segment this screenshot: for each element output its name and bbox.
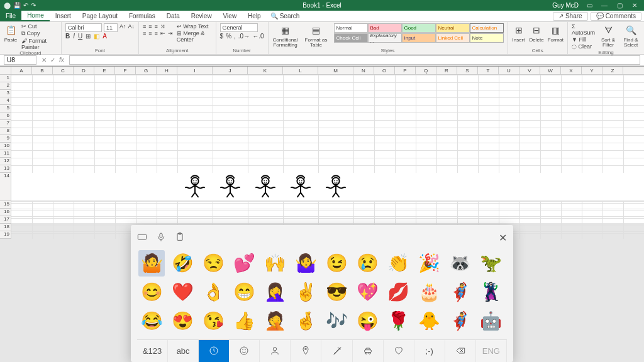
decimal-dec-icon[interactable]: ←.0 bbox=[252, 33, 264, 40]
row-header-8[interactable]: 8 bbox=[0, 128, 11, 135]
format-painter-button[interactable]: 🖌 Format Painter bbox=[21, 38, 57, 50]
increase-font-icon[interactable]: A↑ bbox=[119, 23, 126, 32]
emoji-item[interactable]: 👏 bbox=[385, 250, 411, 277]
emoji-item[interactable]: 🦸‍♂️ bbox=[447, 308, 473, 334]
language-button[interactable]: ENG bbox=[476, 340, 507, 362]
col-header-M[interactable]: M bbox=[318, 67, 353, 74]
name-box[interactable]: U8 bbox=[4, 55, 36, 65]
find-select-icon[interactable]: 🔍 bbox=[624, 23, 638, 37]
places-category-tab[interactable] bbox=[291, 340, 321, 362]
row-header-19[interactable]: 19 bbox=[0, 231, 11, 239]
emoji-item[interactable]: 🤖 bbox=[477, 308, 504, 334]
emoji-item[interactable]: 🤷‍♀️ bbox=[292, 250, 319, 277]
format-as-table-icon[interactable]: ▤ bbox=[309, 23, 323, 37]
emoji-item[interactable]: 🦖 bbox=[477, 250, 504, 277]
comments-button[interactable]: 💬 Comments bbox=[591, 12, 641, 21]
style-note[interactable]: Note bbox=[470, 33, 504, 43]
align-right-icon[interactable]: ≡ bbox=[154, 30, 157, 36]
emoji-item[interactable]: 😂 bbox=[138, 308, 165, 334]
col-header-X[interactable]: X bbox=[561, 67, 582, 74]
col-header-A[interactable]: A bbox=[11, 67, 32, 74]
emoji-item[interactable]: 🦝 bbox=[447, 250, 473, 277]
emoji-item[interactable]: 🙌 bbox=[262, 250, 288, 277]
emoji-item[interactable]: 😘 bbox=[200, 308, 226, 334]
align-middle-icon[interactable]: ≡ bbox=[148, 23, 152, 30]
col-header-I[interactable]: I bbox=[177, 67, 213, 74]
emoji-item[interactable]: 🤦‍♀️ bbox=[262, 279, 288, 305]
user-name[interactable]: Guy McD bbox=[552, 2, 579, 9]
autosave-toggle[interactable]: ⬤ bbox=[4, 2, 11, 9]
fill-color-button[interactable]: ◧ bbox=[94, 33, 99, 40]
row-header-3[interactable]: 3 bbox=[0, 90, 11, 97]
keyboard-toggle-icon[interactable] bbox=[137, 232, 147, 244]
tab-help[interactable]: Help bbox=[242, 11, 267, 21]
row-header-17[interactable]: 17 bbox=[0, 216, 11, 224]
style-good[interactable]: Good bbox=[402, 23, 436, 33]
clipboard-icon[interactable] bbox=[175, 232, 185, 244]
col-header-J[interactable]: J bbox=[213, 67, 248, 74]
emoji-item[interactable]: 😢 bbox=[354, 250, 380, 277]
emoji-item[interactable]: 😎 bbox=[323, 279, 350, 305]
orientation-icon[interactable]: ⤭ bbox=[160, 23, 165, 30]
select-all-corner[interactable] bbox=[0, 67, 11, 74]
symbols-keyboard-button[interactable]: &123 bbox=[137, 340, 168, 362]
tab-insert[interactable]: Insert bbox=[50, 11, 77, 21]
col-header-H[interactable]: H bbox=[157, 67, 177, 74]
tab-page-layout[interactable]: Page Layout bbox=[77, 11, 123, 21]
formula-bar[interactable] bbox=[69, 55, 640, 65]
row-header-10[interactable]: 10 bbox=[0, 143, 11, 150]
tab-view[interactable]: View bbox=[218, 11, 243, 21]
comma-icon[interactable]: , bbox=[234, 33, 236, 40]
tab-review[interactable]: Review bbox=[186, 11, 218, 21]
share-button[interactable]: ↗ Share bbox=[553, 12, 588, 21]
underline-button[interactable]: U bbox=[78, 33, 82, 40]
emoji-item[interactable]: 😍 bbox=[169, 308, 196, 334]
symbols-category-tab[interactable] bbox=[384, 340, 414, 362]
style-input[interactable]: Input bbox=[402, 33, 436, 43]
col-header-O[interactable]: O bbox=[374, 67, 395, 74]
close-icon[interactable]: ✕ bbox=[630, 2, 639, 9]
row-header-1[interactable]: 1 bbox=[0, 75, 11, 82]
col-header-D[interactable]: D bbox=[74, 67, 94, 74]
minimize-icon[interactable]: — bbox=[600, 2, 609, 9]
col-header-Y[interactable]: Y bbox=[582, 67, 602, 74]
copy-button[interactable]: ⧉ Copy bbox=[21, 30, 57, 37]
worksheet-grid[interactable]: ABCDEFGHIJKLMNOPQRSTUVWXYZ 1234567891011… bbox=[0, 66, 644, 223]
col-header-B[interactable]: B bbox=[32, 67, 53, 74]
tab-data[interactable]: Data bbox=[161, 11, 186, 21]
abc-keyboard-button[interactable]: abc bbox=[168, 340, 199, 362]
row-header-6[interactable]: 6 bbox=[0, 112, 11, 120]
fx-icon[interactable]: fx bbox=[59, 57, 64, 63]
emoji-item[interactable]: 🦸 bbox=[447, 279, 473, 305]
row-header-15[interactable]: 15 bbox=[0, 201, 11, 209]
italic-button[interactable]: I bbox=[73, 33, 75, 40]
emoji-item[interactable]: 👍 bbox=[231, 308, 257, 334]
font-size-select[interactable]: 11 bbox=[104, 23, 118, 32]
fill-button[interactable]: ▼ Fill bbox=[572, 36, 595, 43]
recent-emoji-tab[interactable] bbox=[199, 340, 229, 362]
row-header-12[interactable]: 12 bbox=[0, 158, 11, 165]
maximize-icon[interactable]: ▢ bbox=[615, 2, 624, 9]
row-header-18[interactable]: 18 bbox=[0, 224, 11, 231]
col-header-P[interactable]: P bbox=[395, 67, 416, 74]
row-header-9[interactable]: 9 bbox=[0, 135, 11, 143]
emoji-item[interactable]: 💕 bbox=[231, 250, 257, 277]
people-category-tab[interactable] bbox=[260, 340, 291, 362]
style-linked-cell[interactable]: Linked Cell bbox=[436, 33, 470, 43]
emoji-item[interactable]: 🎉 bbox=[416, 250, 442, 277]
cells-area[interactable] bbox=[11, 75, 644, 239]
col-header-W[interactable]: W bbox=[540, 67, 561, 74]
redo-icon[interactable]: ↷ bbox=[31, 2, 36, 9]
emoji-item[interactable]: 💋 bbox=[385, 279, 411, 305]
insert-cells-icon[interactable]: ⊞ bbox=[512, 23, 526, 37]
autosum-button[interactable]: Σ AutoSum bbox=[572, 23, 595, 36]
kaomoji-tab[interactable]: ;-) bbox=[414, 340, 445, 362]
emoji-item[interactable]: 🤞 bbox=[292, 308, 319, 334]
sort-filter-icon[interactable]: ᗊ bbox=[601, 23, 615, 37]
undo-icon[interactable]: ↶ bbox=[23, 2, 28, 9]
food-category-tab[interactable] bbox=[321, 340, 352, 362]
tab-formulas[interactable]: Formulas bbox=[123, 11, 161, 21]
col-header-C[interactable]: C bbox=[53, 67, 74, 74]
style-calculation[interactable]: Calculation bbox=[470, 23, 504, 33]
emoji-item[interactable]: 😜 bbox=[354, 308, 380, 334]
